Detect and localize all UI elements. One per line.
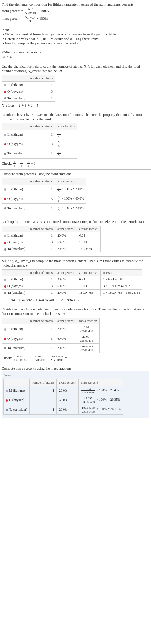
table-row: O (oxygen) 3 35 × 100% = 60.0% bbox=[2, 194, 86, 203]
element-dot-icon bbox=[4, 347, 6, 349]
table-row: Ta (tantalum) 1 bbox=[2, 95, 55, 101]
answer-label: Answer: bbox=[3, 373, 148, 377]
element-dot-icon bbox=[6, 409, 8, 411]
fraction: 180.94788235.88488 bbox=[79, 345, 94, 352]
table-row: O (oxygen) 3 60.0% 15.999 3 × 15.999 = 4… bbox=[2, 283, 142, 290]
atomfrac-intro: Divide each N_i by N_atoms to calculate … bbox=[2, 113, 149, 121]
table-header-row: number of atoms atom fraction bbox=[2, 123, 77, 130]
count-section: Use the chemical formula to count the nu… bbox=[0, 62, 151, 110]
fraction: 6.94235.88488 bbox=[79, 326, 94, 333]
element-dot-icon bbox=[4, 153, 6, 155]
plan-bullet-1: • Write the chemical formula and gather … bbox=[3, 32, 149, 37]
massfrac-check: Check: 6.94235.88488 + 47.997235.88488 +… bbox=[2, 355, 149, 362]
plan-section: Plan: • Write the chemical formula and g… bbox=[0, 25, 151, 48]
table-header-row: number of atoms atom percent mass percen… bbox=[4, 379, 123, 386]
intro-section: Find the elemental composition for lithi… bbox=[0, 0, 151, 25]
answer-table: number of atoms atom percent mass percen… bbox=[3, 379, 123, 415]
element-dot-icon bbox=[4, 143, 6, 145]
table-row: Li (lithium) 1 20.0% 6.94 bbox=[2, 232, 101, 239]
plan-bullet-2: • Determine values for N_i, m_i, N_atoms… bbox=[3, 37, 149, 41]
table-row: O (oxygen) 3 bbox=[2, 88, 55, 95]
element-dot-icon bbox=[4, 338, 6, 340]
table-row: Li (lithium) 1 20.0% 6.94235.88488 × 100… bbox=[4, 386, 123, 395]
fraction: 47.997235.88488 bbox=[79, 335, 94, 342]
fraction: 15 bbox=[57, 131, 61, 138]
count-sum: N_atoms = 1 + 3 + 1 = 5 bbox=[2, 103, 149, 108]
table-row: Li (lithium) 1 bbox=[2, 81, 55, 88]
element-dot-icon bbox=[4, 134, 6, 136]
table-row: Li (lithium) 1 20.0% 6.94235.88488 bbox=[2, 324, 100, 334]
table-row: O (oxygen) 3 35 bbox=[2, 139, 77, 149]
table-header-row: number of atoms atom percent atomic mass… bbox=[2, 270, 142, 276]
mass-section: Look up the atomic mass, m_i, in unified… bbox=[0, 217, 151, 257]
table-row: O (oxygen) 3 60.0% 15.999 bbox=[2, 239, 101, 246]
massmul-section: Multiply N_i by m_i to compute the mass … bbox=[0, 257, 151, 305]
massfrac-section: Divide the mass for each element by m to… bbox=[0, 305, 151, 364]
masspct-intro: Compute mass percents using the mass fra… bbox=[2, 366, 149, 371]
table-row: Ta (tantalum) 1 20.0% 180.94788 bbox=[2, 246, 101, 252]
atompct-table: number of atoms atom percent Li (lithium… bbox=[2, 178, 86, 213]
mass-percent-frac: N_i m_i m bbox=[24, 15, 35, 22]
fraction: 6.94235.88488 bbox=[81, 387, 95, 394]
fraction: 15 bbox=[57, 150, 61, 157]
fraction: 180.94788235.88488 bbox=[81, 406, 95, 413]
atompct-section: Compute atom percents using the atom fra… bbox=[0, 170, 151, 218]
element-dot-icon bbox=[6, 390, 8, 392]
table-row: Ta (tantalum) 1 15 × 100% = 20.0% bbox=[2, 204, 86, 213]
table-row: Ta (tantalum) 1 15 bbox=[2, 149, 77, 158]
atom-percent-formula: atom percent = N_i N_atoms × 100% bbox=[2, 7, 149, 14]
table-header-row: number of atoms bbox=[2, 75, 55, 81]
atomfrac-check: Check: 15 + 35 + 15 = 1 bbox=[2, 160, 149, 167]
count-intro: Use the chemical formula to count the nu… bbox=[2, 64, 149, 73]
element-dot-icon bbox=[4, 207, 6, 209]
element-dot-icon bbox=[4, 188, 6, 191]
table-row: Ta (tantalum) 1 20.0% 180.94788 1 × 180.… bbox=[2, 290, 142, 296]
formula-value: LiTaO3 bbox=[2, 55, 149, 60]
table-row: Li (lithium) 1 15 bbox=[2, 130, 77, 139]
massmul-intro: Multiply N_i by m_i to compute the mass … bbox=[2, 259, 149, 268]
massfrac-table: number of atoms atom percent mass fracti… bbox=[2, 318, 100, 353]
mass-table: number of atoms atom percent atomic mass… bbox=[2, 226, 101, 252]
element-dot-icon bbox=[4, 198, 6, 200]
element-dot-icon bbox=[4, 235, 6, 237]
element-dot-icon bbox=[4, 292, 6, 294]
table-header-row: number of atoms atom percent bbox=[2, 178, 86, 185]
table-row: Ta (tantalum) 1 20.0% 180.94788235.88488 bbox=[2, 343, 100, 353]
formula-title: Write the chemical formula: bbox=[2, 50, 149, 55]
table-row: Li (lithium) 1 15 × 100% = 20.0% bbox=[2, 185, 86, 194]
massmul-sum: m = 6.94 u + 47.997 u + 180.94788 u = 23… bbox=[2, 298, 149, 302]
table-header-row: number of atoms atom percent atomic mass… bbox=[2, 226, 101, 232]
atom-percent-frac: N_i N_atoms bbox=[24, 7, 37, 14]
element-dot-icon bbox=[4, 84, 6, 86]
massmul-table: number of atoms atom percent atomic mass… bbox=[2, 269, 142, 296]
masspct-section: Compute mass percents using the mass fra… bbox=[0, 364, 151, 421]
intro-text: Find the elemental composition for lithi… bbox=[2, 2, 149, 7]
fraction: 15 bbox=[57, 186, 61, 193]
element-dot-icon bbox=[4, 91, 6, 93]
formula-section: Write the chemical formula: LiTaO3 bbox=[0, 48, 151, 62]
fraction: 15 bbox=[57, 205, 61, 212]
mass-percent-formula: mass percent = N_i m_i m × 100% bbox=[2, 15, 149, 22]
table-header-row: number of atoms atom percent mass fracti… bbox=[2, 318, 100, 324]
plan-bullet-3: • Finally, compute the percents and chec… bbox=[3, 41, 149, 45]
element-dot-icon bbox=[4, 285, 6, 288]
plan-title: Plan: bbox=[2, 28, 149, 32]
table-row: Li (lithium) 1 20.0% 6.94 1 × 6.94 = 6.9… bbox=[2, 276, 142, 283]
element-dot-icon bbox=[4, 242, 6, 244]
element-dot-icon bbox=[4, 328, 6, 331]
table-row: O (oxygen) 3 60.0% 47.997235.88488 bbox=[2, 334, 100, 343]
table-row: O (oxygen) 3 60.0% 47.997235.88488 × 100… bbox=[4, 395, 123, 405]
fraction: 35 bbox=[57, 140, 61, 147]
element-dot-icon bbox=[4, 248, 6, 251]
element-dot-icon bbox=[6, 399, 8, 402]
table-row: Ta (tantalum) 1 20.0% 180.94788235.88488… bbox=[4, 405, 123, 414]
fraction: 47.997235.88488 bbox=[81, 397, 95, 403]
atomfrac-section: Divide each N_i by N_atoms to calculate … bbox=[0, 110, 151, 170]
mass-intro: Look up the atomic mass, m_i, in unified… bbox=[2, 219, 149, 224]
count-table: number of atoms Li (lithium) 1 O (oxygen… bbox=[2, 75, 55, 102]
element-dot-icon bbox=[4, 97, 6, 99]
atompct-intro: Compute atom percents using the atom fra… bbox=[2, 172, 149, 176]
element-dot-icon bbox=[4, 279, 6, 281]
atomfrac-table: number of atoms atom fraction Li (lithiu… bbox=[2, 123, 77, 159]
fraction: 35 bbox=[57, 195, 61, 202]
